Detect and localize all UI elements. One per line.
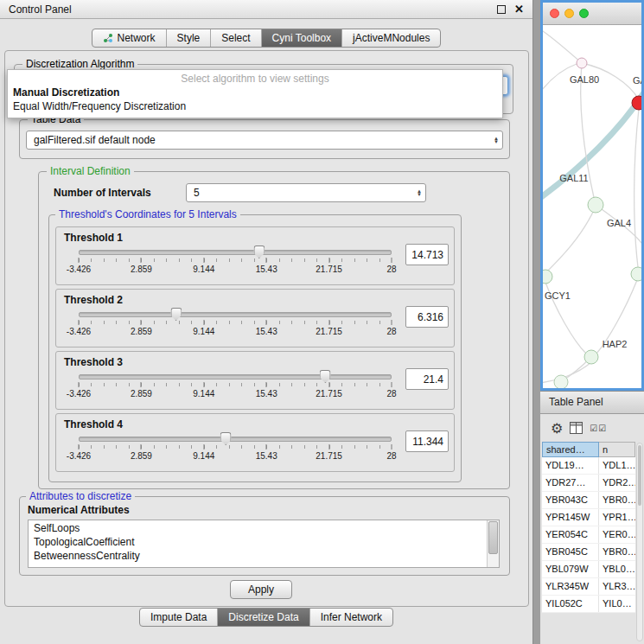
slider-track[interactable] xyxy=(79,312,392,317)
close-traffic-light-icon[interactable] xyxy=(550,9,559,18)
slider-scale: -3.4262.8599.14415.4321.71528 xyxy=(79,389,392,399)
tab-infer-network[interactable]: Infer Network xyxy=(309,609,392,626)
tab-label: Style xyxy=(177,32,201,44)
major-tick xyxy=(203,382,204,387)
table-row[interactable]: YIL052CYIL0… xyxy=(542,596,635,613)
major-tick xyxy=(79,320,80,325)
threshold-group: Threshold 4 -3.4262.8599.14415.4321.7152… xyxy=(55,413,455,472)
slider-scale: -3.4262.8599.14415.4321.71528 xyxy=(79,327,392,337)
network-node[interactable] xyxy=(577,58,587,68)
table-row[interactable]: YDR27…YDR2… xyxy=(542,475,635,492)
scale-label: 28 xyxy=(386,327,396,336)
tab-discretize-data[interactable]: Discretize Data xyxy=(217,609,309,626)
column-header-shared-name[interactable]: shared… xyxy=(542,442,599,457)
scale-label: 15.43 xyxy=(256,389,277,399)
threshold-slider[interactable]: -3.4262.8599.14415.4321.71528 xyxy=(79,374,392,404)
table-row[interactable]: YDL19…YDL1… xyxy=(542,457,635,475)
minimize-traffic-light-icon[interactable] xyxy=(564,9,574,18)
table-cell: YDL1… xyxy=(599,457,635,474)
slider-major-ticks xyxy=(79,382,392,387)
threshold-label: Threshold 3 xyxy=(64,356,123,368)
scale-label: 28 xyxy=(386,389,396,399)
threshold-value-field[interactable]: 21.4 xyxy=(405,368,449,390)
network-view-panel: GAL80 GA GAL11 GAL4 GCY1 HAP2 xyxy=(540,0,644,391)
tab-jactivemnodules[interactable]: jActiveMNodules xyxy=(341,29,440,47)
major-tick xyxy=(392,258,392,263)
slider-scale: -3.4262.8599.14415.4321.71528 xyxy=(79,265,392,275)
table-scrollbar[interactable] xyxy=(636,443,643,641)
table-cell: YBR043C xyxy=(542,492,599,508)
control-panel-titlebar[interactable]: Control Panel ✕ xyxy=(0,0,532,19)
threshold-slider[interactable]: -3.4262.8599.14415.4321.71528 xyxy=(79,312,392,341)
algorithm-option-manual[interactable]: Manual Discretization xyxy=(8,86,502,99)
numerical-attribute-item[interactable]: BetweennessCentrality xyxy=(29,549,487,563)
tab-impute-data[interactable]: Impute Data xyxy=(140,609,217,626)
network-node[interactable] xyxy=(588,197,603,213)
network-edge-thick[interactable] xyxy=(543,92,641,200)
tab-label: Impute Data xyxy=(150,611,207,623)
scale-label: 2.859 xyxy=(131,389,152,399)
threshold-group: Threshold 1 -3.4262.8599.14415.4321.7152… xyxy=(55,226,455,285)
network-node[interactable] xyxy=(584,350,598,364)
gear-icon[interactable]: ⚙ xyxy=(551,420,563,437)
tab-cyni-toolbox[interactable]: Cyni Toolbox xyxy=(261,29,341,47)
scale-label: 15.43 xyxy=(256,451,277,461)
slider-thumb[interactable] xyxy=(220,432,232,445)
slider-track[interactable] xyxy=(79,437,392,442)
algorithm-option-equal-width[interactable]: Equal Width/Frequency Discretization xyxy=(8,99,502,113)
table-row[interactable]: YPR145WYPR1… xyxy=(542,509,635,526)
slider-scale: -3.4262.8599.14415.4321.71528 xyxy=(79,451,392,462)
zoom-traffic-light-icon[interactable] xyxy=(579,9,589,18)
network-node-selected[interactable] xyxy=(632,96,641,110)
table-scrollbar-thumb[interactable] xyxy=(638,445,641,506)
close-window-icon[interactable]: ✕ xyxy=(514,3,524,15)
tab-style[interactable]: Style xyxy=(166,29,211,47)
slider-thumb[interactable] xyxy=(320,370,331,383)
table-data-combobox[interactable]: galFiltered.sif default node ▲▼ xyxy=(26,131,503,150)
scale-label: 9.144 xyxy=(193,265,214,274)
tab-label: Network xyxy=(118,32,156,44)
network-canvas[interactable]: GAL80 GA GAL11 GAL4 GCY1 HAP2 xyxy=(543,25,641,388)
table-row[interactable]: YER054CYER0… xyxy=(542,526,635,544)
column-header-name[interactable]: n xyxy=(599,442,635,457)
threshold-value-field[interactable]: 14.713 xyxy=(405,244,449,265)
threshold-value-field[interactable]: 6.316 xyxy=(405,306,449,328)
apply-button[interactable]: Apply xyxy=(230,580,292,599)
list-scrollbar[interactable] xyxy=(487,520,499,567)
checkbox-icons[interactable]: ☑☑ xyxy=(590,424,607,433)
float-window-icon[interactable] xyxy=(497,5,506,14)
table-row[interactable]: YBL079WYBL0… xyxy=(542,561,635,578)
numerical-attribute-item[interactable]: SelfLoops xyxy=(29,521,487,535)
table-cell: YBR0… xyxy=(599,492,635,508)
tab-network[interactable]: Network xyxy=(92,29,166,47)
table-row[interactable]: YBR045CYBR0… xyxy=(542,544,635,561)
table-row[interactable]: YLR345WYLR3… xyxy=(542,578,635,596)
network-node[interactable] xyxy=(543,270,552,284)
slider-track[interactable] xyxy=(79,250,392,255)
table-row[interactable]: YBR043CYBR0… xyxy=(542,492,635,509)
threshold-value-field[interactable]: 11.344 xyxy=(405,430,449,452)
node-label: GAL4 xyxy=(607,218,631,228)
table-body: YDL19…YDL1…YDR27…YDR2…YBR043CYBR0…YPR145… xyxy=(542,457,635,613)
network-node[interactable] xyxy=(631,267,641,281)
table-cell: YIL0… xyxy=(599,596,635,612)
major-tick xyxy=(392,382,392,387)
slider-thumb[interactable] xyxy=(253,245,265,258)
slider-thumb[interactable] xyxy=(170,308,182,321)
table-cell: YBL0… xyxy=(599,561,635,577)
columns-icon[interactable] xyxy=(570,422,583,434)
tab-select[interactable]: Select xyxy=(210,29,260,47)
node-label: HAP2 xyxy=(603,339,628,349)
numerical-attribute-item[interactable]: TopologicalCoefficient xyxy=(29,535,487,549)
number-of-intervals-combobox[interactable]: 5 ▲▼ xyxy=(186,183,426,202)
slider-track[interactable] xyxy=(79,374,392,379)
scale-label: 9.144 xyxy=(193,389,214,399)
network-window-titlebar[interactable] xyxy=(543,3,641,25)
network-node[interactable] xyxy=(554,375,568,388)
scale-label: 21.715 xyxy=(316,327,342,336)
threshold-slider[interactable]: -3.4262.8599.14415.4321.71528 xyxy=(79,250,392,279)
node-label: GAL11 xyxy=(559,173,588,183)
threshold-slider[interactable]: -3.4262.8599.14415.4321.71528 xyxy=(79,437,392,466)
list-scrollbar-thumb[interactable] xyxy=(488,521,498,554)
scale-label: -3.426 xyxy=(67,327,91,336)
